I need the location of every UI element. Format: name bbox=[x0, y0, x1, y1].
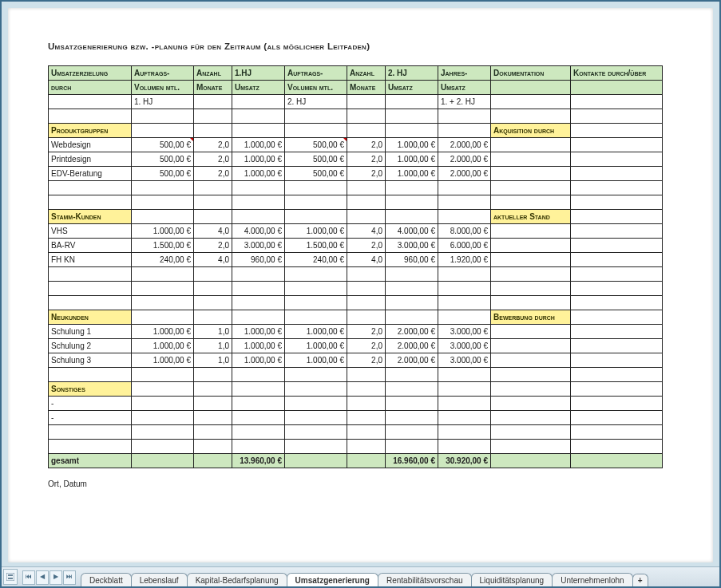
cell[interactable] bbox=[438, 124, 491, 138]
cell[interactable] bbox=[571, 325, 663, 339]
cell[interactable] bbox=[438, 368, 491, 382]
cell[interactable] bbox=[491, 167, 571, 181]
cell[interactable] bbox=[438, 282, 491, 296]
cell[interactable] bbox=[285, 382, 347, 397]
cell[interactable] bbox=[571, 339, 663, 353]
cell[interactable] bbox=[347, 282, 386, 296]
cell[interactable] bbox=[347, 411, 386, 425]
cell[interactable] bbox=[386, 210, 438, 224]
cell[interactable] bbox=[386, 440, 438, 454]
cell[interactable] bbox=[491, 181, 571, 195]
cell[interactable] bbox=[438, 210, 491, 224]
cell[interactable] bbox=[438, 195, 491, 210]
cell[interactable] bbox=[285, 397, 347, 411]
cell[interactable] bbox=[232, 440, 285, 454]
cell[interactable] bbox=[49, 267, 132, 282]
cell[interactable] bbox=[49, 181, 132, 195]
cell[interactable] bbox=[132, 296, 194, 310]
cell[interactable] bbox=[386, 310, 438, 325]
cell[interactable] bbox=[347, 368, 386, 382]
cell[interactable] bbox=[194, 109, 232, 124]
cell[interactable] bbox=[232, 411, 285, 425]
cell[interactable] bbox=[194, 210, 232, 224]
cell[interactable]: 4,0 bbox=[194, 224, 232, 239]
cell[interactable] bbox=[194, 282, 232, 296]
cell[interactable] bbox=[571, 152, 663, 167]
cell[interactable] bbox=[386, 267, 438, 282]
cell[interactable] bbox=[132, 181, 194, 195]
cell[interactable] bbox=[132, 109, 194, 124]
cell[interactable] bbox=[194, 382, 232, 397]
cell[interactable]: 240,00 € bbox=[285, 253, 347, 267]
cell[interactable] bbox=[571, 253, 663, 267]
cell[interactable]: 2.000,00 € bbox=[438, 138, 491, 152]
row-name[interactable]: VHS bbox=[49, 224, 132, 239]
cell[interactable] bbox=[386, 425, 438, 440]
cell[interactable] bbox=[571, 368, 663, 382]
cell[interactable]: 1.920,00 € bbox=[438, 253, 491, 267]
cell[interactable] bbox=[571, 95, 663, 109]
cell[interactable] bbox=[285, 109, 347, 124]
cell[interactable] bbox=[571, 210, 663, 224]
cell[interactable]: 2,0 bbox=[347, 167, 386, 181]
cell[interactable] bbox=[386, 195, 438, 210]
cell[interactable] bbox=[571, 353, 663, 368]
cell[interactable]: 2,0 bbox=[194, 167, 232, 181]
cell[interactable] bbox=[285, 210, 347, 224]
cell[interactable] bbox=[491, 267, 571, 282]
cell[interactable] bbox=[194, 195, 232, 210]
cell[interactable] bbox=[571, 397, 663, 411]
cell[interactable]: 500,00 € bbox=[132, 138, 194, 152]
cell[interactable]: 1.000,00 € bbox=[232, 339, 285, 353]
cell[interactable]: 2,0 bbox=[194, 138, 232, 152]
cell[interactable] bbox=[386, 124, 438, 138]
cell[interactable] bbox=[49, 425, 132, 440]
cell[interactable]: 1,0 bbox=[194, 339, 232, 353]
cell[interactable] bbox=[491, 440, 571, 454]
cell[interactable]: 1,0 bbox=[194, 353, 232, 368]
cell[interactable] bbox=[438, 296, 491, 310]
tab-kapital[interactable]: Kapital-Bedarfsplanung bbox=[187, 573, 287, 586]
cell[interactable] bbox=[232, 195, 285, 210]
nav-last-icon[interactable]: ⏭ bbox=[63, 570, 76, 585]
cell[interactable] bbox=[491, 138, 571, 152]
cell[interactable]: 6.000,00 € bbox=[438, 239, 491, 253]
cell[interactable]: 960,00 € bbox=[232, 253, 285, 267]
nav-next-icon[interactable]: ▶ bbox=[50, 570, 62, 585]
cell[interactable] bbox=[132, 310, 194, 325]
row-name[interactable]: Schulung 1 bbox=[49, 325, 132, 339]
cell[interactable] bbox=[49, 368, 132, 382]
cell[interactable] bbox=[132, 368, 194, 382]
cell[interactable] bbox=[491, 239, 571, 253]
cell[interactable] bbox=[438, 181, 491, 195]
tab-liquiditaet[interactable]: Liquiditätsplanung bbox=[471, 573, 553, 586]
cell[interactable] bbox=[438, 440, 491, 454]
cell[interactable] bbox=[386, 411, 438, 425]
cell[interactable]: 1.000,00 € bbox=[232, 167, 285, 181]
cell[interactable]: 3.000,00 € bbox=[438, 339, 491, 353]
cell[interactable] bbox=[132, 382, 194, 397]
cell[interactable] bbox=[232, 282, 285, 296]
cell[interactable] bbox=[285, 440, 347, 454]
cell[interactable] bbox=[347, 267, 386, 282]
cell[interactable] bbox=[491, 253, 571, 267]
cell[interactable] bbox=[194, 267, 232, 282]
cell[interactable]: 1.000,00 € bbox=[386, 138, 438, 152]
cell[interactable] bbox=[438, 109, 491, 124]
cell[interactable] bbox=[132, 440, 194, 454]
cell[interactable] bbox=[491, 411, 571, 425]
row-name[interactable]: Webdesign bbox=[49, 138, 132, 152]
row-name[interactable]: Schulung 3 bbox=[49, 353, 132, 368]
cell[interactable]: 8.000,00 € bbox=[438, 224, 491, 239]
cell[interactable] bbox=[571, 239, 663, 253]
cell[interactable] bbox=[232, 181, 285, 195]
cell[interactable]: 2,0 bbox=[347, 138, 386, 152]
cell[interactable] bbox=[232, 109, 285, 124]
cell[interactable] bbox=[49, 282, 132, 296]
cell[interactable]: 2,0 bbox=[347, 152, 386, 167]
cell[interactable] bbox=[132, 397, 194, 411]
cell[interactable]: 1.000,00 € bbox=[386, 152, 438, 167]
cell[interactable] bbox=[571, 138, 663, 152]
cell[interactable] bbox=[232, 368, 285, 382]
cell[interactable] bbox=[386, 397, 438, 411]
